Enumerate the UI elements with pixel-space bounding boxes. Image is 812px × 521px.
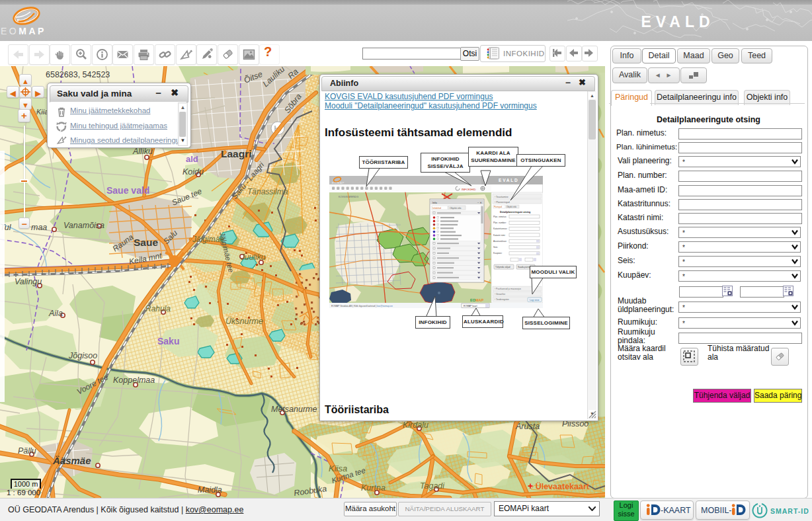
svg-text:Üksnurme: Üksnurme: [225, 317, 263, 326]
svg-text:Vanamõisa: Vanamõisa: [63, 221, 104, 230]
svg-text:Päringud: Päringud: [494, 206, 502, 208]
svg-text:Saue: Saue: [134, 237, 158, 248]
svg-text:EOMAP Geodata AS | Kõik õiguse: EOMAP Geodata AS | Kõik õigused kaitstud…: [331, 305, 393, 307]
svg-text:Objekti info: Objekti info: [450, 207, 462, 210]
svg-text:Plan. number:: Plan. number:: [493, 221, 507, 224]
svg-text:maa: maa: [31, 223, 47, 232]
svg-text:Seis:: Seis:: [493, 246, 498, 249]
svg-text:EOMAP: EOMAP: [332, 181, 345, 184]
svg-text:Katastri nimi:: Katastri nimi:: [493, 234, 506, 237]
svg-text:Arusta: Arusta: [515, 422, 540, 431]
svg-text:Tagadi: Tagadi: [420, 481, 445, 491]
svg-text:Laagri: Laagri: [221, 148, 252, 159]
svg-text:Kirdalu: Kirdalu: [403, 421, 428, 430]
svg-text:Pällu: Pällu: [18, 446, 36, 456]
svg-text:› Teederegister: › Teederegister: [495, 298, 510, 301]
svg-text:› Puurkaevud ja maasoojus: › Puurkaevud ja maasoojus: [495, 288, 521, 290]
svg-text:Saue vald: Saue vald: [106, 185, 149, 196]
svg-text:EOMAP kaart: EOMAP kaart: [464, 305, 477, 307]
svg-text:Katastritunnus:: Katastritunnus:: [493, 227, 507, 230]
svg-text:› Planeeringud: › Planeeringud: [495, 201, 510, 204]
svg-text:INFOKIHID: INFOKIHID: [462, 188, 476, 191]
svg-text:Aila: Aila: [48, 309, 63, 318]
svg-text:EOMAP: EOMAP: [470, 298, 484, 302]
svg-text:Valingu: Valingu: [15, 277, 42, 286]
svg-text:− ✕: − ✕: [477, 201, 482, 204]
svg-text:ald: ald: [186, 154, 198, 164]
svg-text:Plan. nimetus:: Plan. nimetus:: [493, 216, 507, 218]
svg-text:Objekti info: Objekti info: [507, 206, 516, 208]
svg-text:Tühjenda väljad: Tühjenda väljad: [495, 266, 510, 268]
svg-text:Saada päring: Saada päring: [518, 266, 530, 268]
svg-text:Ääsmäe: Ääsmäe: [52, 455, 91, 466]
svg-text:Koppelmaa: Koppelmaa: [113, 376, 155, 385]
svg-text:Juuliku: Juuliku: [240, 253, 266, 262]
svg-text:Info: Info: [432, 201, 437, 204]
svg-text:› Geoarhiiv: › Geoarhiiv: [495, 293, 505, 296]
svg-text:Jälgimäe: Jälgimäe: [192, 235, 224, 244]
svg-text:Maidla: Maidla: [198, 485, 222, 495]
svg-text:Metsanurme: Metsanurme: [271, 405, 317, 414]
svg-text:Detailplaneeringute otsing: Detailplaneeringute otsing: [500, 211, 530, 214]
svg-text:Alliku: Alliku: [132, 147, 153, 156]
svg-text:Infokihid: Infokihid: [432, 207, 441, 210]
svg-text:Jõgisoo: Jõgisoo: [68, 351, 97, 360]
svg-text:Rahula: Rahula: [145, 304, 171, 313]
svg-text:Koidu: Koidu: [183, 167, 204, 177]
svg-text:Kurtna: Kurtna: [361, 483, 386, 493]
svg-text:› Teavitamine: › Teavitamine: [495, 196, 508, 198]
svg-text:Kuupäev:: Kuupäev:: [493, 252, 503, 255]
svg-text:Tänassilma: Tänassilma: [247, 187, 288, 196]
svg-text:Saku: Saku: [157, 336, 179, 346]
svg-text:Asustusüksus:: Asustusüksus:: [493, 240, 507, 243]
svg-text:EVALD: EVALD: [499, 178, 519, 182]
svg-text:Logi sisse: Logi sisse: [530, 299, 540, 301]
